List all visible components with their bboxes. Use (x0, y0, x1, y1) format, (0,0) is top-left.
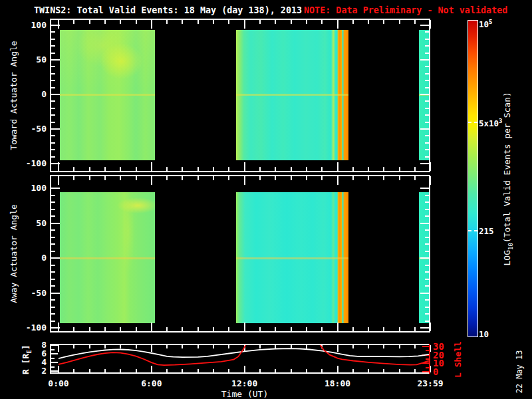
tick-mark (383, 167, 384, 171)
tick-mark (58, 176, 59, 185)
tick-mark (51, 108, 55, 109)
y-tick-label: 50 (23, 55, 47, 65)
y-tick-label: 50 (23, 218, 47, 228)
heatmap-bright-patch (122, 192, 135, 273)
tick-mark (51, 223, 60, 224)
tick-mark (420, 327, 429, 329)
tick-mark (425, 299, 429, 301)
tick-mark (51, 100, 55, 102)
tick-mark (399, 167, 400, 171)
heatmap-segment (236, 30, 348, 160)
tick-mark (51, 209, 55, 210)
tick-mark (73, 176, 74, 180)
tick-mark (321, 176, 323, 180)
x-tick-label: 18:00 (322, 378, 354, 388)
tick-mark (425, 237, 429, 238)
tick-mark (306, 327, 307, 331)
tick-mark (275, 176, 276, 180)
tick-mark (425, 100, 429, 102)
tick-mark (425, 122, 429, 123)
tick-mark (51, 87, 55, 88)
heatmap-segment (60, 30, 154, 160)
tick-mark (51, 279, 55, 280)
tick-mark (51, 142, 55, 144)
tick-mark (58, 20, 59, 29)
tick-mark (425, 321, 429, 322)
tick-mark (198, 167, 199, 171)
tick-mark (51, 195, 55, 196)
tick-mark (120, 327, 121, 331)
tick-mark (352, 20, 354, 24)
tick-mark (51, 53, 55, 54)
tick-mark (51, 201, 55, 203)
tick-mark (244, 162, 245, 171)
tick-mark (425, 285, 429, 287)
tick-mark (399, 20, 400, 24)
tick-mark (213, 167, 214, 171)
tick-mark (425, 243, 429, 245)
tick-mark (51, 66, 55, 67)
tick-mark (430, 176, 431, 185)
heatmap-segment (60, 192, 154, 323)
tick-mark (321, 327, 323, 331)
tick-mark (383, 176, 384, 180)
tick-mark (51, 31, 55, 33)
tick-mark (306, 167, 307, 171)
tick-mark (51, 39, 55, 40)
y-tick-label: -50 (23, 288, 47, 298)
tick-mark (213, 327, 214, 331)
tick-mark (414, 327, 416, 331)
tick-mark (425, 156, 429, 158)
tick-mark (425, 265, 429, 266)
tick-mark (425, 251, 429, 252)
tick-mark (182, 20, 183, 24)
tick-mark (337, 20, 338, 29)
tick-mark (51, 243, 55, 245)
tick-mark (425, 45, 429, 47)
r-tick-label: 2 (32, 366, 47, 376)
tick-mark (291, 327, 292, 331)
tick-mark (151, 20, 152, 29)
tick-mark (51, 156, 55, 158)
tick-mark (89, 327, 90, 331)
tick-mark (383, 327, 384, 331)
tick-mark (420, 94, 429, 95)
tick-mark (425, 215, 429, 217)
tick-mark (51, 321, 55, 322)
heatmap-segment (419, 30, 429, 160)
colorbar-min-label: 10 (479, 329, 489, 339)
tick-mark (51, 265, 55, 266)
tick-mark (51, 229, 55, 231)
tick-mark (368, 167, 369, 171)
tick-mark (89, 20, 90, 24)
tick-mark (430, 162, 431, 171)
tick-mark (51, 237, 55, 238)
tick-mark (352, 167, 354, 171)
l-shell-axis-line (429, 344, 430, 374)
x-tick-label: 12:00 (229, 378, 261, 388)
x-tick-label: 23:59 (414, 378, 446, 388)
tick-mark (51, 257, 60, 259)
tick-mark (425, 307, 429, 308)
tick-mark (51, 293, 60, 294)
l-shell-axis-label: L Shell (453, 333, 463, 386)
tick-mark (425, 209, 429, 210)
tick-mark (228, 20, 229, 24)
tick-mark (228, 167, 229, 171)
l-shell-curve (59, 345, 429, 365)
tick-mark (368, 327, 369, 331)
colorbar-title: LOG10(Total Valid Events per Scan) (502, 79, 514, 279)
tick-mark (420, 59, 429, 61)
tick-mark (213, 20, 214, 24)
tick-mark (321, 20, 323, 24)
colorbar-max-label: 105 (479, 19, 492, 29)
y-tick-label: -100 (23, 158, 47, 168)
tick-mark (89, 167, 90, 171)
tick-mark (51, 94, 60, 95)
colorbar-5e3-label: 5x103 (479, 118, 503, 128)
tick-mark (166, 176, 168, 180)
tick-mark (182, 327, 183, 331)
tick-mark (425, 229, 429, 231)
tick-mark (306, 176, 307, 180)
tick-mark (259, 327, 261, 331)
